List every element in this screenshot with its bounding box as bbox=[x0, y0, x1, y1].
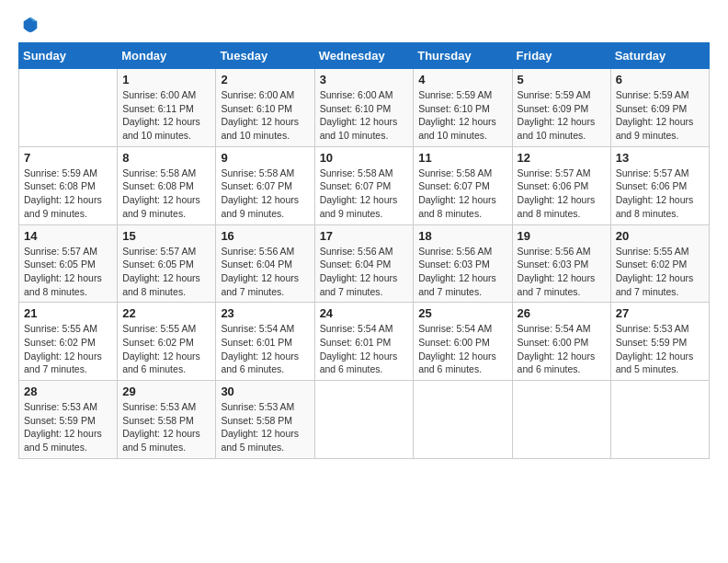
day-number: 6 bbox=[616, 73, 704, 86]
day-number: 14 bbox=[24, 229, 112, 243]
day-info: Sunrise: 5:59 AMSunset: 6:09 PMDaylight:… bbox=[616, 88, 704, 143]
calendar-cell: 12Sunrise: 5:57 AMSunset: 6:06 PMDayligh… bbox=[512, 146, 610, 224]
calendar-week-1: 1Sunrise: 6:00 AMSunset: 6:11 PMDaylight… bbox=[19, 69, 710, 147]
column-header-sunday: Sunday bbox=[19, 43, 118, 69]
day-info: Sunrise: 5:57 AMSunset: 6:06 PMDaylight:… bbox=[616, 167, 704, 221]
calendar-week-2: 7Sunrise: 5:59 AMSunset: 6:08 PMDaylight… bbox=[19, 146, 710, 224]
day-number: 26 bbox=[518, 306, 606, 320]
day-info: Sunrise: 5:56 AMSunset: 6:03 PMDaylight:… bbox=[418, 245, 506, 299]
day-info: Sunrise: 5:58 AMSunset: 6:08 PMDaylight:… bbox=[122, 167, 210, 221]
calendar-cell: 8Sunrise: 5:58 AMSunset: 6:08 PMDaylight… bbox=[118, 146, 216, 224]
calendar-cell: 2Sunrise: 6:00 AMSunset: 6:10 PMDaylight… bbox=[216, 69, 314, 147]
calendar-week-4: 21Sunrise: 5:55 AMSunset: 6:02 PMDayligh… bbox=[19, 303, 710, 381]
calendar-cell: 29Sunrise: 5:53 AMSunset: 5:58 PMDayligh… bbox=[118, 381, 216, 459]
day-info: Sunrise: 5:53 AMSunset: 5:59 PMDaylight:… bbox=[616, 322, 704, 376]
day-info: Sunrise: 5:54 AMSunset: 6:01 PMDaylight:… bbox=[221, 322, 309, 376]
calendar-cell: 14Sunrise: 5:57 AMSunset: 6:05 PMDayligh… bbox=[19, 224, 118, 303]
day-info: Sunrise: 5:56 AMSunset: 6:03 PMDaylight:… bbox=[518, 245, 606, 299]
calendar-cell: 18Sunrise: 5:56 AMSunset: 6:03 PMDayligh… bbox=[414, 224, 512, 303]
day-number: 20 bbox=[616, 229, 704, 243]
day-number: 29 bbox=[122, 385, 210, 398]
day-number: 13 bbox=[616, 151, 704, 165]
day-number: 3 bbox=[320, 73, 409, 86]
column-header-tuesday: Tuesday bbox=[216, 43, 314, 69]
day-number: 25 bbox=[418, 306, 506, 320]
day-number: 11 bbox=[418, 151, 506, 165]
day-number: 12 bbox=[518, 151, 606, 165]
day-info: Sunrise: 5:53 AMSunset: 5:58 PMDaylight:… bbox=[221, 400, 309, 454]
day-number: 27 bbox=[616, 306, 704, 320]
calendar-table: SundayMondayTuesdayWednesdayThursdayFrid… bbox=[18, 42, 710, 459]
calendar-cell bbox=[512, 381, 610, 459]
day-number: 15 bbox=[122, 229, 210, 243]
calendar-cell: 21Sunrise: 5:55 AMSunset: 6:02 PMDayligh… bbox=[19, 303, 118, 381]
calendar-cell: 25Sunrise: 5:54 AMSunset: 6:00 PMDayligh… bbox=[414, 303, 512, 381]
day-info: Sunrise: 5:56 AMSunset: 6:04 PMDaylight:… bbox=[320, 245, 409, 299]
calendar-cell: 10Sunrise: 5:58 AMSunset: 6:07 PMDayligh… bbox=[314, 146, 414, 224]
day-number: 18 bbox=[418, 229, 506, 243]
calendar-cell: 26Sunrise: 5:54 AMSunset: 6:00 PMDayligh… bbox=[512, 303, 610, 381]
calendar-cell: 13Sunrise: 5:57 AMSunset: 6:06 PMDayligh… bbox=[610, 146, 709, 224]
calendar-cell bbox=[314, 381, 414, 459]
day-number: 9 bbox=[221, 151, 309, 165]
day-number: 2 bbox=[221, 73, 309, 86]
calendar-cell bbox=[19, 69, 118, 147]
calendar-cell: 9Sunrise: 5:58 AMSunset: 6:07 PMDaylight… bbox=[216, 146, 314, 224]
day-info: Sunrise: 6:00 AMSunset: 6:10 PMDaylight:… bbox=[320, 88, 409, 143]
column-header-thursday: Thursday bbox=[414, 43, 512, 69]
day-number: 28 bbox=[24, 385, 112, 398]
calendar-cell: 7Sunrise: 5:59 AMSunset: 6:08 PMDaylight… bbox=[19, 146, 118, 224]
day-number: 7 bbox=[24, 151, 112, 165]
calendar-cell: 30Sunrise: 5:53 AMSunset: 5:58 PMDayligh… bbox=[216, 381, 314, 459]
column-header-saturday: Saturday bbox=[610, 43, 709, 69]
day-info: Sunrise: 6:00 AMSunset: 6:10 PMDaylight:… bbox=[221, 88, 309, 143]
day-number: 22 bbox=[122, 306, 210, 320]
calendar-week-3: 14Sunrise: 5:57 AMSunset: 6:05 PMDayligh… bbox=[19, 224, 710, 303]
calendar-cell: 4Sunrise: 5:59 AMSunset: 6:10 PMDaylight… bbox=[414, 69, 512, 147]
day-info: Sunrise: 5:58 AMSunset: 6:07 PMDaylight:… bbox=[418, 167, 506, 221]
calendar-cell: 27Sunrise: 5:53 AMSunset: 5:59 PMDayligh… bbox=[610, 303, 709, 381]
day-number: 23 bbox=[221, 306, 309, 320]
day-number: 21 bbox=[24, 306, 112, 320]
day-info: Sunrise: 5:53 AMSunset: 5:58 PMDaylight:… bbox=[122, 400, 210, 454]
day-info: Sunrise: 5:57 AMSunset: 6:05 PMDaylight:… bbox=[122, 245, 210, 299]
day-number: 4 bbox=[418, 73, 506, 86]
day-number: 17 bbox=[320, 229, 409, 243]
day-info: Sunrise: 5:58 AMSunset: 6:07 PMDaylight:… bbox=[320, 167, 409, 221]
calendar-cell: 1Sunrise: 6:00 AMSunset: 6:11 PMDaylight… bbox=[118, 69, 216, 147]
day-info: Sunrise: 5:59 AMSunset: 6:09 PMDaylight:… bbox=[518, 88, 606, 143]
day-info: Sunrise: 5:55 AMSunset: 6:02 PMDaylight:… bbox=[616, 245, 704, 299]
calendar-header-row: SundayMondayTuesdayWednesdayThursdayFrid… bbox=[19, 43, 710, 69]
day-info: Sunrise: 5:55 AMSunset: 6:02 PMDaylight:… bbox=[122, 322, 210, 376]
calendar-cell: 3Sunrise: 6:00 AMSunset: 6:10 PMDaylight… bbox=[314, 69, 414, 147]
calendar-cell: 19Sunrise: 5:56 AMSunset: 6:03 PMDayligh… bbox=[512, 224, 610, 303]
calendar-cell: 24Sunrise: 5:54 AMSunset: 6:01 PMDayligh… bbox=[314, 303, 414, 381]
calendar-cell: 22Sunrise: 5:55 AMSunset: 6:02 PMDayligh… bbox=[118, 303, 216, 381]
calendar-cell: 5Sunrise: 5:59 AMSunset: 6:09 PMDaylight… bbox=[512, 69, 610, 147]
day-info: Sunrise: 5:57 AMSunset: 6:06 PMDaylight:… bbox=[518, 167, 606, 221]
day-number: 8 bbox=[122, 151, 210, 165]
calendar-cell: 20Sunrise: 5:55 AMSunset: 6:02 PMDayligh… bbox=[610, 224, 709, 303]
day-number: 30 bbox=[221, 385, 309, 398]
column-header-monday: Monday bbox=[118, 43, 216, 69]
day-info: Sunrise: 5:54 AMSunset: 6:00 PMDaylight:… bbox=[418, 322, 506, 376]
logo-icon bbox=[20, 15, 40, 35]
day-info: Sunrise: 5:56 AMSunset: 6:04 PMDaylight:… bbox=[221, 245, 309, 299]
day-number: 16 bbox=[221, 229, 309, 243]
calendar-cell: 17Sunrise: 5:56 AMSunset: 6:04 PMDayligh… bbox=[314, 224, 414, 303]
day-info: Sunrise: 5:58 AMSunset: 6:07 PMDaylight:… bbox=[221, 167, 309, 221]
calendar-week-5: 28Sunrise: 5:53 AMSunset: 5:59 PMDayligh… bbox=[19, 381, 710, 459]
logo bbox=[18, 15, 40, 35]
page-header bbox=[18, 15, 710, 35]
day-info: Sunrise: 5:54 AMSunset: 6:01 PMDaylight:… bbox=[320, 322, 409, 376]
day-info: Sunrise: 5:59 AMSunset: 6:10 PMDaylight:… bbox=[418, 88, 506, 143]
calendar-cell: 16Sunrise: 5:56 AMSunset: 6:04 PMDayligh… bbox=[216, 224, 314, 303]
day-info: Sunrise: 5:57 AMSunset: 6:05 PMDaylight:… bbox=[24, 245, 112, 299]
day-number: 19 bbox=[518, 229, 606, 243]
day-info: Sunrise: 5:53 AMSunset: 5:59 PMDaylight:… bbox=[24, 400, 112, 454]
calendar-cell bbox=[414, 381, 512, 459]
day-info: Sunrise: 5:59 AMSunset: 6:08 PMDaylight:… bbox=[24, 167, 112, 221]
column-header-wednesday: Wednesday bbox=[314, 43, 414, 69]
calendar-cell: 11Sunrise: 5:58 AMSunset: 6:07 PMDayligh… bbox=[414, 146, 512, 224]
day-info: Sunrise: 5:55 AMSunset: 6:02 PMDaylight:… bbox=[24, 322, 112, 376]
